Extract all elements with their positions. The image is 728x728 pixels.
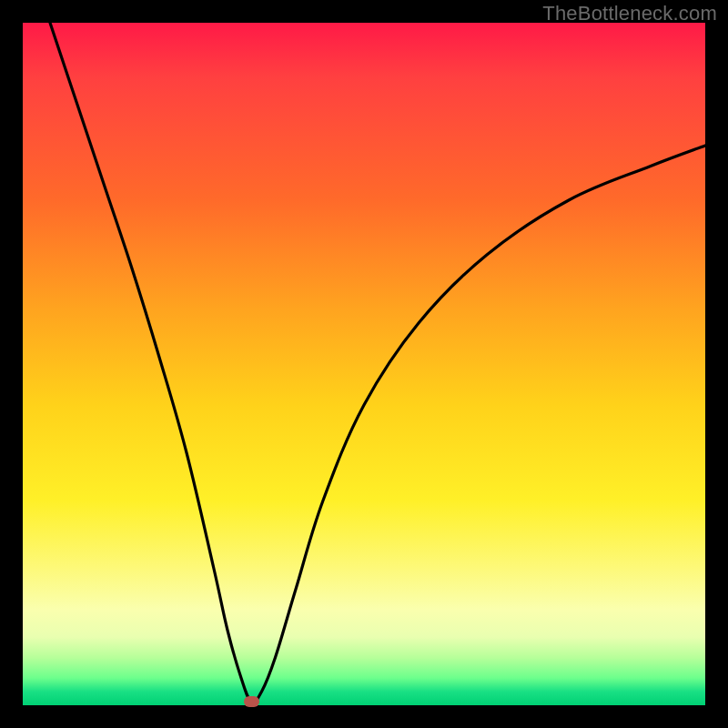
chart-frame: TheBottleneck.com <box>0 0 728 728</box>
minimum-marker <box>244 696 259 707</box>
bottleneck-curve <box>23 23 705 705</box>
plot-area <box>23 23 705 705</box>
